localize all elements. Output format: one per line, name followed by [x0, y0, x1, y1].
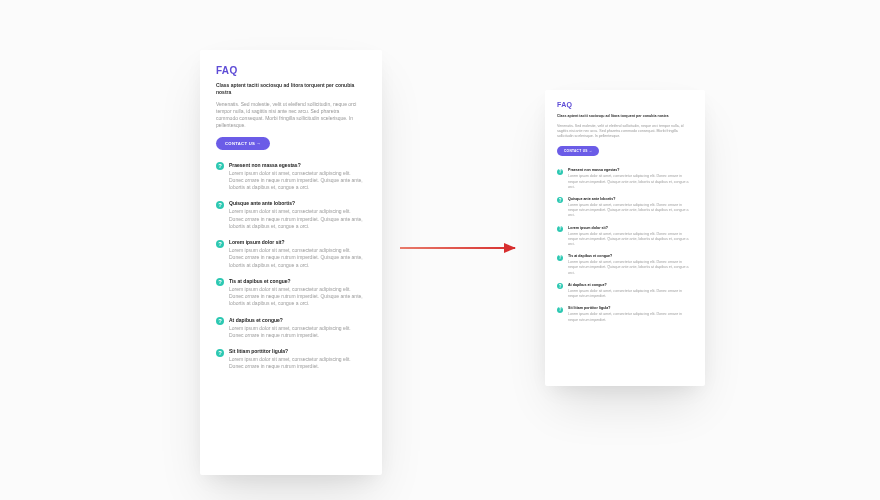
faq-question: At dapibus et congue? — [229, 317, 366, 323]
faq-question: At dapibus et congue? — [568, 283, 693, 287]
question-icon: ? — [557, 283, 563, 289]
comparison-stage: FAQ Class aptent taciti sociosqu ad lito… — [0, 0, 880, 500]
faq-item: ? Quisque ante ante lobortis? Lorem ipsu… — [216, 200, 366, 230]
faq-question: Sit litiam porttitor ligula? — [229, 348, 366, 354]
question-icon: ? — [216, 240, 224, 248]
faq-question: Praesent non massa egestas? — [229, 162, 366, 168]
faq-card-small: FAQ Class aptent taciti sociosqu ad lito… — [545, 90, 705, 386]
faq-item: ? Lorem ipsum dolor sit? Lorem ipsum dol… — [557, 226, 693, 248]
faq-item: ? Praesent non massa egestas? Lorem ipsu… — [216, 162, 366, 192]
faq-intro: Venenatis. Sed molestie, velit ut eleife… — [557, 124, 688, 140]
question-icon: ? — [557, 197, 563, 203]
question-icon: ? — [557, 255, 563, 261]
faq-lead: Class aptent taciti sociosqu ad litora t… — [216, 82, 359, 96]
faq-item: ? At dapibus et congue? Lorem ipsum dolo… — [216, 317, 366, 340]
faq-item: ? Tis at dapibus et congue? Lorem ipsum … — [216, 278, 366, 308]
faq-question: Tis at dapibus et congue? — [229, 278, 366, 284]
faq-item: ? Quisque ante ante lobortis? Lorem ipsu… — [557, 197, 693, 219]
faq-item: ? Praesent non massa egestas? Lorem ipsu… — [557, 168, 693, 190]
faq-answer: Lorem ipsum dolor sit amet, consectetur … — [568, 232, 693, 248]
faq-answer: Lorem ipsum dolor sit amet, consectetur … — [568, 312, 693, 322]
faq-question: Praesent non massa egestas? — [568, 168, 693, 172]
question-icon: ? — [216, 278, 224, 286]
question-icon: ? — [216, 349, 224, 357]
faq-answer: Lorem ipsum dolor sit amet, consectetur … — [229, 208, 366, 230]
faq-answer: Lorem ipsum dolor sit amet, consectetur … — [568, 174, 693, 190]
question-icon: ? — [557, 169, 563, 175]
faq-answer: Lorem ipsum dolor sit amet, consectetur … — [229, 170, 366, 192]
faq-item: ? Tis at dapibus et congue? Lorem ipsum … — [557, 254, 693, 276]
faq-answer: Lorem ipsum dolor sit amet, consectetur … — [568, 260, 693, 276]
contact-us-button[interactable]: CONTACT US → — [557, 146, 599, 156]
faq-question: Lorem ipsum dolor sit? — [568, 226, 693, 230]
faq-lead: Class aptent taciti sociosqu ad litora t… — [557, 114, 686, 119]
faq-question: Lorem ipsum dolor sit? — [229, 239, 366, 245]
faq-answer: Lorem ipsum dolor sit amet, consectetur … — [229, 286, 366, 308]
faq-intro: Venenatis. Sed molestie, velit ut eleife… — [216, 101, 360, 130]
faq-card-large: FAQ Class aptent taciti sociosqu ad lito… — [200, 50, 382, 475]
faq-answer: Lorem ipsum dolor sit amet, consectetur … — [229, 325, 366, 340]
question-icon: ? — [216, 201, 224, 209]
question-icon: ? — [216, 162, 224, 170]
faq-question: Quisque ante ante lobortis? — [568, 197, 693, 201]
faq-answer: Lorem ipsum dolor sit amet, consectetur … — [229, 247, 366, 269]
faq-title: FAQ — [216, 65, 366, 76]
faq-item: ? Lorem ipsum dolor sit? Lorem ipsum dol… — [216, 239, 366, 269]
faq-answer: Lorem ipsum dolor sit amet, consectetur … — [229, 356, 366, 371]
faq-answer: Lorem ipsum dolor sit amet, consectetur … — [568, 289, 693, 299]
faq-item: ? Sit litiam porttitor ligula? Lorem ips… — [557, 306, 693, 322]
transition-arrow-icon — [400, 247, 515, 249]
faq-answer: Lorem ipsum dolor sit amet, consectetur … — [568, 203, 693, 219]
question-icon: ? — [557, 307, 563, 313]
faq-item: ? At dapibus et congue? Lorem ipsum dolo… — [557, 283, 693, 299]
faq-question: Sit litiam porttitor ligula? — [568, 306, 693, 310]
faq-item: ? Sit litiam porttitor ligula? Lorem ips… — [216, 348, 366, 371]
question-icon: ? — [557, 226, 563, 232]
contact-us-button[interactable]: CONTACT US → — [216, 137, 270, 150]
faq-question: Tis at dapibus et congue? — [568, 254, 693, 258]
faq-question: Quisque ante ante lobortis? — [229, 200, 366, 206]
question-icon: ? — [216, 317, 224, 325]
faq-title: FAQ — [557, 101, 693, 108]
